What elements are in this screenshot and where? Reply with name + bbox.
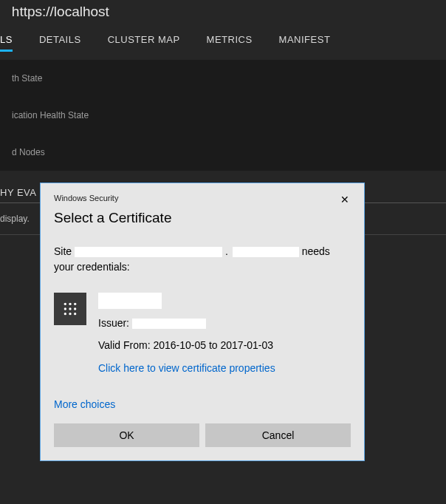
redacted-cert-name (98, 293, 162, 309)
dialog-title: Select a Certificate (54, 210, 351, 226)
url-text: https://localhost (12, 4, 109, 19)
redacted-site (75, 247, 222, 257)
more-choices-link[interactable]: More choices (54, 398, 351, 410)
svg-point-1 (69, 303, 71, 305)
panel-row: th State (0, 60, 446, 97)
redacted-site2 (233, 247, 299, 257)
panel-row: ication Health State (0, 97, 446, 134)
tab-bar: LS DETAILS CLUSTER MAP METRICS MANIFEST (0, 27, 446, 52)
msg-prefix: Site (54, 245, 75, 257)
dialog-button-row: OK Cancel (54, 423, 351, 447)
svg-point-8 (74, 313, 76, 315)
issuer-label: Issuer: (98, 317, 132, 329)
tab-manifest[interactable]: MANIFEST (279, 34, 331, 52)
svg-point-5 (74, 307, 76, 310)
panel-row: d Nodes (0, 134, 446, 171)
svg-point-2 (74, 303, 76, 305)
address-bar[interactable]: https://localhost (0, 0, 446, 27)
tab-cluster-map[interactable]: CLUSTER MAP (108, 34, 180, 52)
svg-point-7 (69, 313, 71, 315)
tab-details[interactable]: DETAILS (39, 34, 81, 52)
svg-point-4 (69, 307, 71, 310)
tab-metrics[interactable]: METRICS (207, 34, 253, 52)
certificate-dialog: Windows Security ✕ Select a Certificate … (40, 183, 365, 461)
cancel-button[interactable]: Cancel (205, 423, 351, 447)
content-panel: th State ication Health State d Nodes (0, 60, 446, 171)
certificate-icon (54, 293, 86, 325)
certificate-item[interactable]: Issuer: Valid From: 2016-10-05 to 2017-0… (54, 293, 351, 376)
certificate-details: Issuer: Valid From: 2016-10-05 to 2017-0… (98, 293, 275, 376)
close-icon[interactable]: ✕ (339, 194, 351, 205)
svg-point-3 (64, 307, 66, 310)
valid-from-text: Valid From: 2016-10-05 to 2017-01-03 (98, 337, 275, 353)
dialog-message: Site . needs your credentials: (54, 244, 351, 275)
dialog-window-title: Windows Security (54, 194, 118, 202)
svg-point-0 (64, 303, 66, 305)
svg-point-6 (64, 313, 66, 315)
ok-button[interactable]: OK (54, 423, 199, 447)
tab-essentials[interactable]: LS (0, 34, 13, 52)
view-properties-link[interactable]: Click here to view certificate propertie… (98, 360, 275, 376)
redacted-issuer (132, 319, 206, 329)
